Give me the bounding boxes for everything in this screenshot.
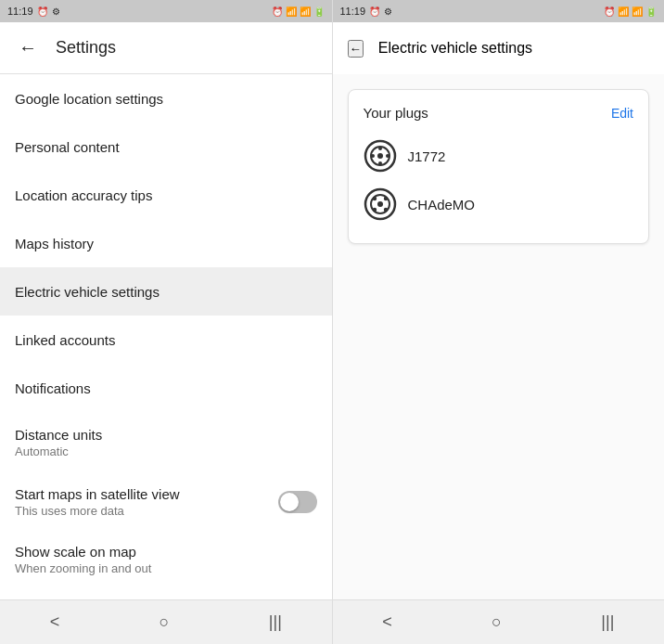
left-alarm-icon: ⏰ — [37, 6, 48, 17]
svg-point-13 — [383, 208, 387, 212]
plug-item-chademo: CHAdeMO — [364, 180, 634, 228]
svg-point-6 — [386, 154, 389, 158]
satellite-view-label: Start maps in satellite view — [15, 486, 278, 502]
ev-back-button[interactable]: ← — [348, 40, 364, 58]
plug-label-chademo: CHAdeMO — [408, 197, 476, 213]
svg-point-9 — [377, 201, 383, 207]
right-nav-recents-button[interactable]: ||| — [582, 605, 632, 639]
svg-point-11 — [383, 197, 387, 200]
settings-item-ev-settings[interactable]: Electric vehicle settings — [0, 267, 332, 316]
right-nav-home-button[interactable]: ○ — [473, 605, 520, 639]
left-status-bar: 11:19 ⏰ ⚙ ⏰ 📶 📶 🔋 — [0, 0, 332, 22]
right-signal-icon: 📶 — [632, 6, 643, 17]
plug-item-j1772: J1772 — [364, 132, 634, 180]
chademo-icon — [364, 187, 397, 221]
ev-content-spacer — [333, 259, 665, 599]
left-page-title: Settings — [56, 38, 116, 58]
left-top-bar: ← Settings — [0, 22, 332, 74]
satellite-view-toggle[interactable] — [278, 491, 317, 513]
svg-point-12 — [372, 208, 376, 212]
left-nav-back-button[interactable]: < — [32, 605, 79, 639]
j1772-icon — [364, 139, 397, 173]
right-battery-icon: 🔋 — [645, 6, 657, 17]
settings-label-distance-units: Distance units — [15, 427, 317, 443]
settings-item-satellite-view[interactable]: Start maps in satellite view This uses m… — [0, 473, 332, 531]
right-panel: 11:19 ⏰ ⚙ ⏰ 📶 📶 🔋 ← Electric vehicle set… — [333, 0, 665, 644]
svg-point-10 — [372, 197, 376, 200]
edit-plugs-button[interactable]: Edit — [611, 106, 633, 121]
svg-point-4 — [378, 161, 382, 165]
ev-page-title: Electric vehicle settings — [378, 40, 532, 57]
settings-label-personal-content: Personal content — [15, 139, 317, 155]
satellite-view-text: Start maps in satellite view This uses m… — [15, 486, 278, 518]
left-time: 11:19 — [7, 6, 33, 17]
plug-label-j1772: J1772 — [408, 148, 446, 164]
left-panel: 11:19 ⏰ ⚙ ⏰ 📶 📶 🔋 ← Settings Google loca… — [0, 0, 332, 644]
show-scale-text: Show scale on map When zooming in and ou… — [15, 544, 317, 575]
plugs-card-title: Your plugs — [364, 105, 428, 121]
right-bottom-nav: < ○ ||| — [333, 599, 665, 644]
settings-label-maps-history: Maps history — [15, 236, 317, 251]
satellite-view-sublabel: This uses more data — [15, 504, 278, 518]
left-battery-icon: 🔋 — [313, 6, 325, 17]
settings-item-maps-history[interactable]: Maps history — [0, 219, 332, 267]
ev-top-bar: ← Electric vehicle settings — [333, 22, 665, 74]
left-status-icons: ⏰ 📶 📶 🔋 — [272, 6, 325, 17]
svg-point-5 — [371, 154, 375, 158]
left-wifi-icon: 📶 — [286, 6, 297, 17]
left-bottom-nav: < ○ ||| — [0, 599, 332, 644]
right-settings-status-icon: ⚙ — [384, 6, 392, 17]
left-back-button[interactable]: ← — [15, 33, 41, 62]
right-status-bar: 11:19 ⏰ ⚙ ⏰ 📶 📶 🔋 — [333, 0, 665, 22]
settings-item-notifications[interactable]: Notifications — [0, 364, 332, 412]
settings-item-distance-units[interactable]: Distance units Automatic — [0, 412, 332, 473]
settings-sublabel-distance-units: Automatic — [15, 444, 317, 458]
left-settings-icon: ⚙ — [52, 6, 60, 17]
svg-point-2 — [377, 153, 383, 159]
settings-item-linked-accounts[interactable]: Linked accounts — [0, 316, 332, 364]
left-alarm2-icon: ⏰ — [272, 6, 283, 17]
left-nav-home-button[interactable]: ○ — [141, 605, 188, 639]
right-time: 11:19 — [340, 6, 366, 17]
settings-item-show-scale[interactable]: Show scale on map When zooming in and ou… — [0, 531, 332, 588]
left-nav-recents-button[interactable]: ||| — [250, 605, 300, 639]
settings-item-google-location[interactable]: Google location settings — [0, 74, 332, 122]
plugs-card-header: Your plugs Edit — [364, 105, 634, 121]
settings-item-location-accuracy[interactable]: Location accuracy tips — [0, 171, 332, 219]
settings-label-location-accuracy: Location accuracy tips — [15, 187, 317, 203]
right-alarm2-icon: ⏰ — [604, 6, 615, 17]
settings-list: Google location settings Personal conten… — [0, 74, 332, 599]
right-status-time-area: 11:19 ⏰ ⚙ — [340, 6, 393, 17]
show-scale-sublabel: When zooming in and out — [15, 561, 317, 575]
show-scale-label: Show scale on map — [15, 544, 317, 560]
plugs-card: Your plugs Edit J1772 — [348, 89, 650, 244]
svg-point-3 — [378, 147, 382, 150]
right-alarm-icon: ⏰ — [369, 6, 380, 17]
settings-item-navigation[interactable]: Navigation settings — [0, 588, 332, 599]
settings-label-linked-accounts: Linked accounts — [15, 332, 317, 348]
right-nav-back-button[interactable]: < — [364, 605, 411, 639]
settings-label-google-location: Google location settings — [15, 91, 317, 107]
settings-label-ev-settings: Electric vehicle settings — [15, 284, 317, 300]
settings-label-notifications: Notifications — [15, 380, 317, 396]
left-signal-icon: 📶 — [300, 6, 311, 17]
right-status-icons: ⏰ 📶 📶 🔋 — [604, 6, 657, 17]
settings-item-personal-content[interactable]: Personal content — [0, 122, 332, 171]
left-status-time-area: 11:19 ⏰ ⚙ — [7, 6, 60, 17]
right-wifi-icon: 📶 — [618, 6, 629, 17]
